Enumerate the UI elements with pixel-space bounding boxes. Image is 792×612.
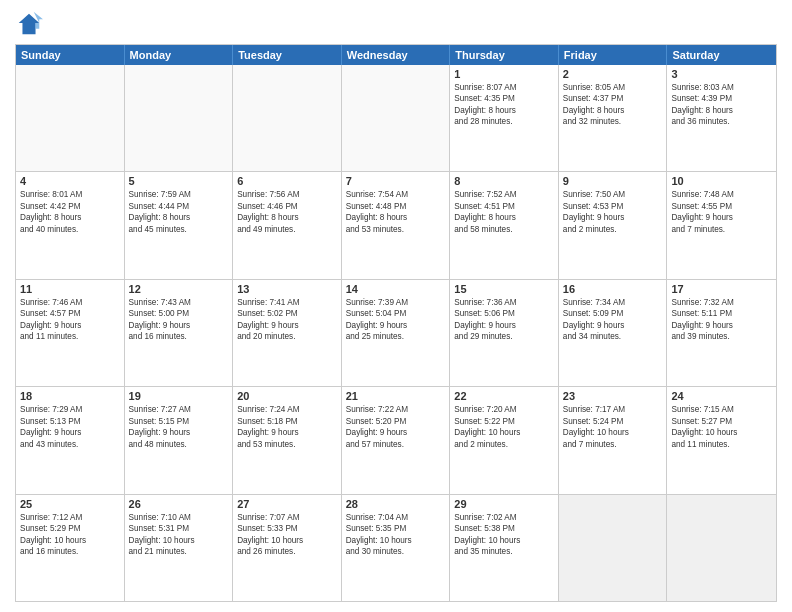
calendar-row-2: 4Sunrise: 8:01 AM Sunset: 4:42 PM Daylig… bbox=[16, 171, 776, 278]
calendar-row-1: 1Sunrise: 8:07 AM Sunset: 4:35 PM Daylig… bbox=[16, 65, 776, 171]
cell-info: Sunrise: 7:04 AM Sunset: 5:35 PM Dayligh… bbox=[346, 512, 446, 558]
day-number: 11 bbox=[20, 283, 120, 295]
header-day-saturday: Saturday bbox=[667, 45, 776, 65]
calendar-cell: 20Sunrise: 7:24 AM Sunset: 5:18 PM Dayli… bbox=[233, 387, 342, 493]
calendar-body: 1Sunrise: 8:07 AM Sunset: 4:35 PM Daylig… bbox=[16, 65, 776, 601]
day-number: 1 bbox=[454, 68, 554, 80]
cell-info: Sunrise: 7:39 AM Sunset: 5:04 PM Dayligh… bbox=[346, 297, 446, 343]
calendar-row-3: 11Sunrise: 7:46 AM Sunset: 4:57 PM Dayli… bbox=[16, 279, 776, 386]
day-number: 8 bbox=[454, 175, 554, 187]
day-number: 9 bbox=[563, 175, 663, 187]
day-number: 7 bbox=[346, 175, 446, 187]
calendar-cell: 9Sunrise: 7:50 AM Sunset: 4:53 PM Daylig… bbox=[559, 172, 668, 278]
calendar-cell bbox=[559, 495, 668, 601]
cell-info: Sunrise: 7:36 AM Sunset: 5:06 PM Dayligh… bbox=[454, 297, 554, 343]
day-number: 17 bbox=[671, 283, 772, 295]
calendar-cell bbox=[667, 495, 776, 601]
cell-info: Sunrise: 7:41 AM Sunset: 5:02 PM Dayligh… bbox=[237, 297, 337, 343]
calendar-cell bbox=[342, 65, 451, 171]
day-number: 27 bbox=[237, 498, 337, 510]
cell-info: Sunrise: 7:20 AM Sunset: 5:22 PM Dayligh… bbox=[454, 404, 554, 450]
cell-info: Sunrise: 7:24 AM Sunset: 5:18 PM Dayligh… bbox=[237, 404, 337, 450]
cell-info: Sunrise: 7:34 AM Sunset: 5:09 PM Dayligh… bbox=[563, 297, 663, 343]
calendar-cell bbox=[16, 65, 125, 171]
header bbox=[15, 10, 777, 38]
calendar-cell: 16Sunrise: 7:34 AM Sunset: 5:09 PM Dayli… bbox=[559, 280, 668, 386]
cell-info: Sunrise: 7:46 AM Sunset: 4:57 PM Dayligh… bbox=[20, 297, 120, 343]
calendar-cell: 2Sunrise: 8:05 AM Sunset: 4:37 PM Daylig… bbox=[559, 65, 668, 171]
calendar-cell: 5Sunrise: 7:59 AM Sunset: 4:44 PM Daylig… bbox=[125, 172, 234, 278]
day-number: 14 bbox=[346, 283, 446, 295]
header-day-thursday: Thursday bbox=[450, 45, 559, 65]
header-day-wednesday: Wednesday bbox=[342, 45, 451, 65]
cell-info: Sunrise: 7:15 AM Sunset: 5:27 PM Dayligh… bbox=[671, 404, 772, 450]
calendar-cell: 26Sunrise: 7:10 AM Sunset: 5:31 PM Dayli… bbox=[125, 495, 234, 601]
day-number: 29 bbox=[454, 498, 554, 510]
day-number: 12 bbox=[129, 283, 229, 295]
calendar-cell: 4Sunrise: 8:01 AM Sunset: 4:42 PM Daylig… bbox=[16, 172, 125, 278]
cell-info: Sunrise: 7:12 AM Sunset: 5:29 PM Dayligh… bbox=[20, 512, 120, 558]
logo bbox=[15, 10, 47, 38]
cell-info: Sunrise: 7:54 AM Sunset: 4:48 PM Dayligh… bbox=[346, 189, 446, 235]
calendar-row-4: 18Sunrise: 7:29 AM Sunset: 5:13 PM Dayli… bbox=[16, 386, 776, 493]
calendar-cell: 10Sunrise: 7:48 AM Sunset: 4:55 PM Dayli… bbox=[667, 172, 776, 278]
calendar-cell: 25Sunrise: 7:12 AM Sunset: 5:29 PM Dayli… bbox=[16, 495, 125, 601]
calendar-cell: 3Sunrise: 8:03 AM Sunset: 4:39 PM Daylig… bbox=[667, 65, 776, 171]
day-number: 4 bbox=[20, 175, 120, 187]
cell-info: Sunrise: 7:29 AM Sunset: 5:13 PM Dayligh… bbox=[20, 404, 120, 450]
day-number: 22 bbox=[454, 390, 554, 402]
cell-info: Sunrise: 8:03 AM Sunset: 4:39 PM Dayligh… bbox=[671, 82, 772, 128]
calendar-cell: 8Sunrise: 7:52 AM Sunset: 4:51 PM Daylig… bbox=[450, 172, 559, 278]
calendar-cell: 24Sunrise: 7:15 AM Sunset: 5:27 PM Dayli… bbox=[667, 387, 776, 493]
day-number: 2 bbox=[563, 68, 663, 80]
calendar-cell: 28Sunrise: 7:04 AM Sunset: 5:35 PM Dayli… bbox=[342, 495, 451, 601]
day-number: 28 bbox=[346, 498, 446, 510]
cell-info: Sunrise: 7:50 AM Sunset: 4:53 PM Dayligh… bbox=[563, 189, 663, 235]
cell-info: Sunrise: 8:01 AM Sunset: 4:42 PM Dayligh… bbox=[20, 189, 120, 235]
day-number: 19 bbox=[129, 390, 229, 402]
calendar-cell: 12Sunrise: 7:43 AM Sunset: 5:00 PM Dayli… bbox=[125, 280, 234, 386]
cell-info: Sunrise: 7:56 AM Sunset: 4:46 PM Dayligh… bbox=[237, 189, 337, 235]
cell-info: Sunrise: 7:10 AM Sunset: 5:31 PM Dayligh… bbox=[129, 512, 229, 558]
cell-info: Sunrise: 8:05 AM Sunset: 4:37 PM Dayligh… bbox=[563, 82, 663, 128]
calendar-cell: 22Sunrise: 7:20 AM Sunset: 5:22 PM Dayli… bbox=[450, 387, 559, 493]
day-number: 23 bbox=[563, 390, 663, 402]
calendar-cell: 21Sunrise: 7:22 AM Sunset: 5:20 PM Dayli… bbox=[342, 387, 451, 493]
calendar-cell: 18Sunrise: 7:29 AM Sunset: 5:13 PM Dayli… bbox=[16, 387, 125, 493]
cell-info: Sunrise: 7:32 AM Sunset: 5:11 PM Dayligh… bbox=[671, 297, 772, 343]
day-number: 20 bbox=[237, 390, 337, 402]
calendar: SundayMondayTuesdayWednesdayThursdayFrid… bbox=[15, 44, 777, 602]
calendar-cell: 29Sunrise: 7:02 AM Sunset: 5:38 PM Dayli… bbox=[450, 495, 559, 601]
cell-info: Sunrise: 7:07 AM Sunset: 5:33 PM Dayligh… bbox=[237, 512, 337, 558]
header-day-tuesday: Tuesday bbox=[233, 45, 342, 65]
calendar-cell: 27Sunrise: 7:07 AM Sunset: 5:33 PM Dayli… bbox=[233, 495, 342, 601]
day-number: 26 bbox=[129, 498, 229, 510]
day-number: 13 bbox=[237, 283, 337, 295]
calendar-cell: 11Sunrise: 7:46 AM Sunset: 4:57 PM Dayli… bbox=[16, 280, 125, 386]
cell-info: Sunrise: 7:02 AM Sunset: 5:38 PM Dayligh… bbox=[454, 512, 554, 558]
calendar-cell: 15Sunrise: 7:36 AM Sunset: 5:06 PM Dayli… bbox=[450, 280, 559, 386]
calendar-cell: 7Sunrise: 7:54 AM Sunset: 4:48 PM Daylig… bbox=[342, 172, 451, 278]
calendar-header: SundayMondayTuesdayWednesdayThursdayFrid… bbox=[16, 45, 776, 65]
logo-icon bbox=[15, 10, 43, 38]
cell-info: Sunrise: 8:07 AM Sunset: 4:35 PM Dayligh… bbox=[454, 82, 554, 128]
cell-info: Sunrise: 7:17 AM Sunset: 5:24 PM Dayligh… bbox=[563, 404, 663, 450]
calendar-cell: 1Sunrise: 8:07 AM Sunset: 4:35 PM Daylig… bbox=[450, 65, 559, 171]
calendar-cell: 14Sunrise: 7:39 AM Sunset: 5:04 PM Dayli… bbox=[342, 280, 451, 386]
day-number: 5 bbox=[129, 175, 229, 187]
cell-info: Sunrise: 7:59 AM Sunset: 4:44 PM Dayligh… bbox=[129, 189, 229, 235]
calendar-cell bbox=[125, 65, 234, 171]
cell-info: Sunrise: 7:43 AM Sunset: 5:00 PM Dayligh… bbox=[129, 297, 229, 343]
calendar-cell: 17Sunrise: 7:32 AM Sunset: 5:11 PM Dayli… bbox=[667, 280, 776, 386]
page: SundayMondayTuesdayWednesdayThursdayFrid… bbox=[0, 0, 792, 612]
day-number: 15 bbox=[454, 283, 554, 295]
calendar-cell: 23Sunrise: 7:17 AM Sunset: 5:24 PM Dayli… bbox=[559, 387, 668, 493]
calendar-cell: 19Sunrise: 7:27 AM Sunset: 5:15 PM Dayli… bbox=[125, 387, 234, 493]
calendar-row-5: 25Sunrise: 7:12 AM Sunset: 5:29 PM Dayli… bbox=[16, 494, 776, 601]
cell-info: Sunrise: 7:27 AM Sunset: 5:15 PM Dayligh… bbox=[129, 404, 229, 450]
day-number: 25 bbox=[20, 498, 120, 510]
calendar-cell: 6Sunrise: 7:56 AM Sunset: 4:46 PM Daylig… bbox=[233, 172, 342, 278]
header-day-sunday: Sunday bbox=[16, 45, 125, 65]
day-number: 16 bbox=[563, 283, 663, 295]
calendar-cell bbox=[233, 65, 342, 171]
